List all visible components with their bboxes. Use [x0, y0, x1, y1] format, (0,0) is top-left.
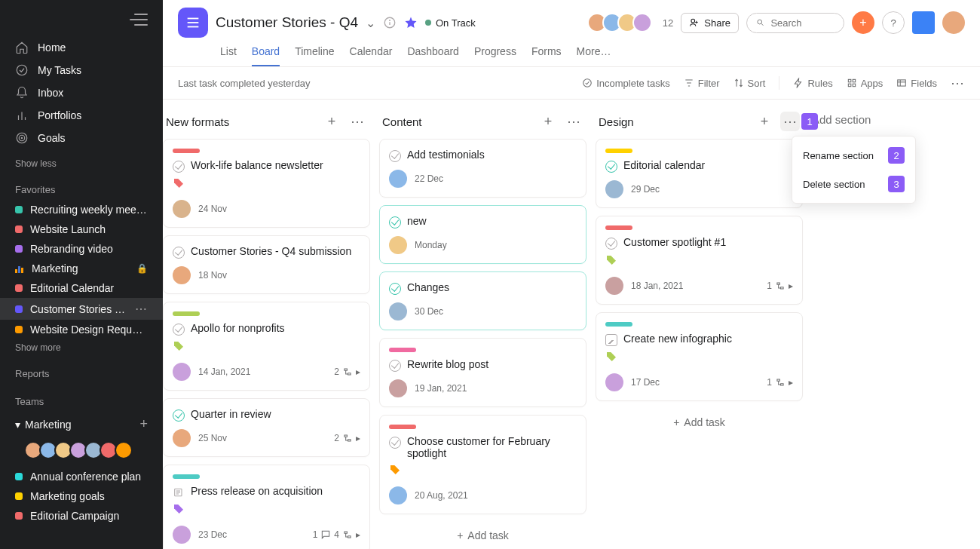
nav-portfolios[interactable]: Portfolios [0, 104, 163, 127]
more-icon[interactable]: ⋯ [135, 302, 148, 316]
bolt-icon [793, 78, 804, 88]
task-card[interactable]: Customer Stories - Q4 submission18 Nov [163, 235, 370, 294]
tab-calendar[interactable]: Calendar [350, 45, 393, 66]
task-card[interactable]: Add testimonials22 Dec [379, 139, 586, 198]
task-card[interactable]: Editorial calendar29 Dec [596, 139, 803, 208]
incomplete-filter[interactable]: Incomplete tasks [582, 78, 670, 89]
rules-button[interactable]: Rules [793, 78, 832, 89]
tab-dashboard[interactable]: Dashboard [407, 45, 459, 66]
apps-button[interactable]: Apps [847, 78, 884, 89]
reports-header[interactable]: Reports [0, 356, 163, 384]
complete-icon[interactable] [173, 324, 185, 336]
add-task-button[interactable]: + Add task [596, 409, 803, 436]
share-button[interactable]: Share [681, 13, 739, 33]
complete-icon[interactable] [389, 437, 401, 449]
add-card-button[interactable]: + [755, 112, 774, 131]
column-menu-button[interactable]: ⋯ [348, 112, 367, 131]
complete-icon[interactable] [389, 360, 401, 372]
tab-progress[interactable]: Progress [474, 45, 516, 66]
avatar [115, 441, 133, 459]
complete-icon[interactable] [605, 161, 617, 173]
status-pill[interactable]: On Track [425, 17, 476, 29]
sort-button[interactable]: Sort [733, 78, 766, 89]
star-icon[interactable] [404, 16, 418, 29]
complete-icon[interactable] [605, 238, 617, 250]
task-card[interactable]: Work-life balance newsletter24 Nov [163, 139, 370, 228]
svg-rect-19 [853, 84, 856, 87]
team-project-item[interactable]: Marketing goals [0, 486, 163, 506]
favorite-item[interactable]: Customer Stories - Q4⋯ [0, 298, 163, 320]
task-card[interactable]: Customer spotlight #118 Jan, 20211▸ [596, 216, 803, 305]
add-card-button[interactable]: + [538, 112, 558, 131]
member-avatars[interactable] [592, 13, 652, 32]
task-card[interactable]: Apollo for nonprofits14 Jan, 20212▸ [163, 302, 370, 391]
card-tag-bar [389, 425, 416, 429]
add-task-button[interactable]: + Add task [379, 522, 586, 549]
toolbar-more-icon[interactable]: ⋯ [951, 75, 965, 91]
tab-more[interactable]: More… [577, 45, 611, 66]
show-less[interactable]: Show less [0, 155, 163, 172]
info-icon[interactable] [383, 16, 397, 29]
team-project-item[interactable]: Annual conference plan [0, 467, 163, 486]
card-tag-bar [605, 322, 632, 327]
favorite-item[interactable]: Rebranding video [0, 239, 163, 259]
column-menu-button[interactable]: ⋯1 [780, 112, 800, 131]
svg-line-14 [761, 23, 763, 25]
fields-button[interactable]: Fields [896, 78, 937, 89]
tab-timeline[interactable]: Timeline [295, 45, 334, 66]
delete-section-item[interactable]: Delete section3 [792, 170, 915, 198]
tab-list[interactable]: List [220, 45, 237, 66]
favorite-item[interactable]: Marketing🔒 [0, 259, 163, 278]
card-date: 20 Aug, 2021 [415, 490, 468, 501]
add-section-button[interactable]: Add section [812, 113, 902, 126]
card-date: 18 Jan, 2021 [631, 281, 683, 291]
task-card[interactable]: newMonday [379, 205, 586, 264]
team-marketing[interactable]: ▾ Marketing + [0, 412, 163, 437]
favorite-item[interactable]: Recruiting weekly mee… [0, 200, 163, 219]
complete-icon[interactable] [389, 283, 401, 295]
collapse-sidebar-icon[interactable] [130, 14, 148, 26]
add-card-button[interactable]: + [322, 112, 341, 131]
search-box[interactable] [746, 13, 844, 33]
column-title[interactable]: New formats [166, 115, 316, 128]
column-menu-button[interactable]: ⋯ [564, 112, 583, 131]
task-card[interactable]: Press release on acquisition23 Dec14▸ [163, 465, 370, 549]
board-column: Content+⋯Add testimonials22 DecnewMonday… [379, 109, 586, 549]
column-title[interactable]: Content [382, 115, 532, 128]
search-input[interactable] [770, 17, 835, 29]
task-card[interactable]: Create new infographic17 Dec1▸ [596, 312, 803, 401]
card-title: Rewrite blog post [407, 358, 488, 370]
nav-home[interactable]: Home [0, 36, 163, 59]
help-button[interactable]: ? [882, 11, 905, 34]
favorite-item[interactable]: Website Design Reque… [0, 320, 163, 339]
rename-section-item[interactable]: Rename section2 [792, 141, 915, 170]
nav-inbox[interactable]: Inbox [0, 81, 163, 104]
nav-my-tasks[interactable]: My Tasks [0, 59, 163, 81]
complete-icon[interactable] [173, 161, 185, 173]
upgrade-button[interactable] [912, 11, 935, 34]
favorite-item[interactable]: Editorial Calendar [0, 278, 163, 298]
team-project-item[interactable]: Editorial Campaign [0, 506, 163, 526]
complete-icon[interactable] [173, 247, 185, 259]
tab-board[interactable]: Board [252, 45, 280, 66]
profile-avatar[interactable] [942, 11, 965, 34]
show-more[interactable]: Show more [0, 339, 163, 356]
project-dropdown-icon[interactable]: ⌄ [366, 16, 375, 30]
task-card[interactable]: Rewrite blog post19 Jan, 2021 [379, 338, 586, 407]
add-team-project-icon[interactable]: + [139, 416, 148, 432]
card-tag-bar [173, 311, 200, 316]
nav-goals[interactable]: Goals [0, 127, 163, 149]
column-title[interactable]: Design [599, 115, 749, 128]
tab-forms[interactable]: Forms [531, 45, 562, 66]
favorite-item[interactable]: Website Launch [0, 219, 163, 239]
task-card[interactable]: Changes30 Dec [379, 271, 586, 330]
task-card[interactable]: Choose customer for February spotlight20… [379, 415, 586, 514]
filter-button[interactable]: Filter [684, 78, 720, 89]
task-card[interactable]: Quarter in review25 Nov2▸ [163, 398, 370, 457]
complete-icon[interactable] [389, 150, 401, 162]
quick-add-button[interactable]: + [852, 11, 874, 34]
chart-icon [15, 264, 24, 273]
complete-icon[interactable] [173, 409, 185, 422]
card-title: Changes [407, 281, 449, 293]
complete-icon[interactable] [389, 216, 401, 228]
